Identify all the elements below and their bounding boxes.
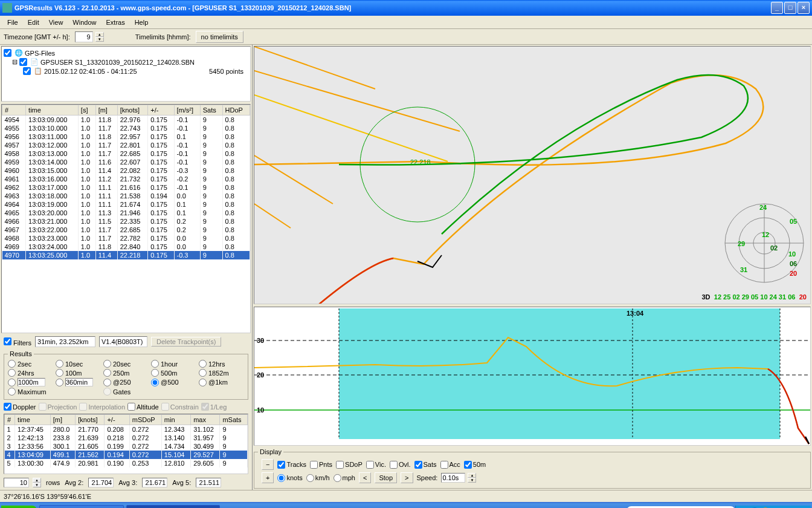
col-header[interactable]: [m] — [95, 105, 117, 116]
table-row[interactable]: 496613:03:21.0001.011.522.3350.1750.290.… — [2, 217, 250, 226]
filters-check[interactable] — [4, 337, 11, 345]
zoom-out-button[interactable]: − — [262, 459, 274, 470]
result-radio-12hrs[interactable] — [199, 360, 207, 368]
table-row[interactable]: 495813:03:13.0001.011.722.6850.175-0.190… — [2, 149, 250, 158]
start-button[interactable]: Start — [1, 506, 37, 508]
system-tray[interactable]: ⬤ 🔵 🟠 🛡 1:14 PM — [735, 506, 811, 509]
col-header[interactable]: HDoP — [222, 105, 250, 116]
result-radio-@1km[interactable] — [199, 379, 207, 386]
result-radio-500m[interactable] — [151, 369, 159, 377]
col-header[interactable]: +/- — [105, 415, 129, 425]
tracks-check[interactable] — [277, 461, 285, 469]
table-row[interactable]: 513:00:30474.920.9810.1900.25312.81029.6… — [5, 459, 248, 467]
table-row[interactable]: 495913:03:14.0001.011.622.6070.175-0.190… — [2, 158, 250, 166]
speed-down[interactable]: ▼ — [468, 478, 476, 483]
file-tree[interactable]: 🌐GPS-Files ⊟📄GPSUSER S1_133201039_201502… — [1, 46, 251, 102]
rows-down[interactable]: ▼ — [33, 483, 41, 487]
table-row[interactable]: 495613:03:11.0001.011.822.9570.1750.190.… — [2, 132, 250, 141]
result-radio-360min[interactable] — [56, 379, 63, 386]
table-row[interactable]: 413:04:09499.121.5620.1940.27215.10429.5… — [5, 451, 248, 459]
result-radio-@250[interactable] — [103, 379, 111, 386]
kmh-radio[interactable] — [306, 474, 314, 482]
map-view[interactable]: 22.218 24 05 12 29 02 10 06 31 20 3D 12 — [254, 46, 811, 304]
result-input[interactable] — [18, 378, 45, 386]
menu-file[interactable]: File — [2, 18, 23, 27]
result-radio-100m[interactable] — [56, 369, 63, 377]
maximize-button[interactable]: □ — [784, 2, 796, 14]
zoom-in-button[interactable]: + — [262, 472, 274, 483]
col-header[interactable]: time — [15, 415, 51, 425]
result-radio-20sec[interactable] — [103, 360, 111, 368]
50m-check[interactable] — [464, 461, 472, 469]
menu-view[interactable]: View — [44, 18, 68, 27]
table-row[interactable]: 496813:03:23.0001.011.722.7820.1750.090.… — [2, 234, 250, 243]
col-header[interactable]: [knots] — [117, 105, 148, 116]
trackpoints-table[interactable]: #time[s][m][knots]+/-[m/s²]SatsHDoP49541… — [1, 104, 251, 333]
table-row[interactable]: 495713:03:12.0001.011.722.8010.175-0.190… — [2, 141, 250, 149]
table-row[interactable]: 497013:03:25.0001.011.422.2180.175-0.390… — [2, 251, 250, 259]
taskbar-item-folder[interactable]: 📁LG 12-02-15 — [39, 505, 124, 509]
results-table[interactable]: #time[m][knots]+/-mSDoPminmaxmSats112:37… — [4, 414, 248, 474]
table-row[interactable]: 312:33:56300.121.6050.1990.27214.73430.4… — [5, 442, 248, 451]
result-radio-1000m[interactable] — [8, 379, 16, 386]
table-row[interactable]: 112:37:45280.021.7700.2080.27212.34331.1… — [5, 425, 248, 434]
col-header[interactable]: mSats — [220, 415, 248, 425]
table-row[interactable]: 495413:03:09.0001.011.822.9760.175-0.190… — [2, 116, 250, 125]
tree-root-check[interactable] — [4, 49, 11, 57]
result-radio-Maximum[interactable] — [8, 388, 16, 396]
col-header[interactable]: Sats — [200, 105, 222, 116]
table-row[interactable]: 496313:03:18.0001.011.121.5380.1940.090.… — [2, 192, 250, 200]
ovl-check[interactable] — [390, 461, 398, 469]
minimize-button[interactable]: _ — [771, 2, 783, 14]
menu-edit[interactable]: Edit — [23, 18, 44, 27]
result-radio-10sec[interactable] — [56, 360, 63, 368]
col-header[interactable]: mSDoP — [129, 415, 161, 425]
taskbar-item-app[interactable]: ▦GPSResults V6.123 - 2... — [126, 505, 220, 509]
menu-window[interactable]: Window — [68, 18, 101, 27]
table-row[interactable]: 496913:03:24.0001.011.822.8400.1750.090.… — [2, 243, 250, 251]
timezone-input[interactable] — [75, 31, 93, 42]
result-radio-250m[interactable] — [103, 369, 111, 377]
altitude-check[interactable] — [127, 403, 135, 411]
speed-up[interactable]: ▲ — [468, 473, 476, 478]
table-row[interactable]: 495513:03:10.0001.011.722.7430.175-0.190… — [2, 124, 250, 132]
col-header[interactable]: max — [191, 415, 220, 425]
col-header[interactable]: [m/s²] — [174, 105, 200, 116]
pnts-check[interactable] — [310, 461, 318, 469]
table-row[interactable]: 496213:03:17.0001.011.121.6160.175-0.190… — [2, 183, 250, 192]
timelimits-button[interactable]: no timelimits — [196, 31, 243, 43]
doppler-check[interactable] — [4, 403, 11, 411]
knots-radio[interactable] — [277, 474, 285, 482]
result-radio-1852m[interactable] — [199, 369, 207, 377]
table-row[interactable]: 212:42:13233.821.6390.2180.27213.14031.9… — [5, 434, 248, 442]
table-row[interactable]: 496713:03:22.0001.011.722.6850.1750.290.… — [2, 226, 250, 234]
tree-collapse-icon[interactable]: ⊟ — [12, 58, 18, 66]
vic-check[interactable] — [366, 461, 374, 469]
result-radio-1hour[interactable] — [151, 360, 159, 368]
menu-extras[interactable]: Extras — [101, 18, 129, 27]
result-radio-2sec[interactable] — [8, 360, 16, 368]
table-row[interactable]: 496513:03:20.0001.011.321.9460.1750.190.… — [2, 209, 250, 217]
result-radio-@500[interactable] — [151, 379, 159, 386]
col-header[interactable]: # — [2, 105, 26, 116]
col-header[interactable]: min — [161, 415, 190, 425]
tree-file-check[interactable] — [19, 58, 27, 66]
tz-up[interactable]: ▲ — [95, 32, 104, 37]
col-header[interactable]: [s] — [78, 105, 95, 116]
result-radio-24hrs[interactable] — [8, 369, 16, 377]
col-header[interactable]: # — [5, 415, 15, 425]
result-input[interactable] — [65, 378, 93, 386]
col-header[interactable]: [m] — [50, 415, 75, 425]
tree-session-check[interactable] — [23, 67, 31, 75]
sats-check[interactable] — [414, 461, 422, 469]
col-header[interactable]: [knots] — [76, 415, 105, 425]
next-button[interactable]: > — [401, 472, 413, 483]
menu-help[interactable]: Help — [130, 18, 153, 27]
speed-chart[interactable]: 13:04 30 20 10 — [254, 307, 811, 446]
speed-input[interactable] — [441, 473, 465, 483]
col-header[interactable]: +/- — [148, 105, 174, 116]
col-header[interactable]: time — [26, 105, 79, 116]
table-row[interactable]: 496113:03:16.0001.011.221.7320.175-0.290… — [2, 175, 250, 183]
rows-up[interactable]: ▲ — [33, 478, 41, 483]
prev-button[interactable]: < — [359, 472, 371, 483]
